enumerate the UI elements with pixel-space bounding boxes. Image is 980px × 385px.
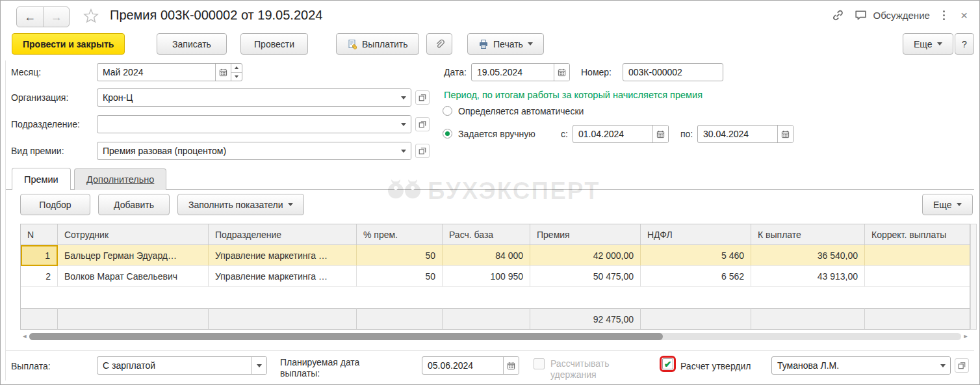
- organization-dropdown-button[interactable]: [396, 89, 411, 106]
- period-to-calendar-button[interactable]: [777, 126, 793, 142]
- period-to-field[interactable]: 30.04.2024: [697, 125, 793, 143]
- department-value[interactable]: [97, 116, 396, 133]
- planned-date-value[interactable]: 05.06.2024: [422, 357, 503, 374]
- date-value[interactable]: 19.05.2024: [472, 64, 554, 81]
- period-from-calendar-button[interactable]: [652, 126, 668, 142]
- cell-topay[interactable]: 43 913,00: [751, 266, 865, 287]
- cell-n[interactable]: 1: [21, 245, 58, 266]
- close-button[interactable]: ×: [958, 9, 970, 21]
- window-menu-button[interactable]: [939, 9, 949, 21]
- back-button[interactable]: ←: [17, 7, 43, 27]
- table-empty-area[interactable]: [21, 287, 970, 308]
- print-button[interactable]: Печать: [467, 33, 544, 55]
- cell-ndfl[interactable]: 6 562: [641, 266, 751, 287]
- save-button[interactable]: Записать: [157, 33, 227, 55]
- favorite-star-button[interactable]: [83, 8, 99, 23]
- forward-button[interactable]: →: [43, 7, 69, 27]
- fill-indicators-button[interactable]: Заполнить показатели: [177, 194, 304, 215]
- month-stepper[interactable]: [231, 64, 242, 81]
- cell-percent[interactable]: 50: [357, 245, 443, 266]
- month-calendar-button[interactable]: [215, 64, 231, 81]
- col-header-bonus[interactable]: Премия: [530, 224, 641, 245]
- col-header-base[interactable]: Расч. база: [443, 224, 530, 245]
- col-header-topay[interactable]: К выплате: [751, 224, 865, 245]
- planned-date-calendar-button[interactable]: [503, 357, 519, 374]
- attachments-button[interactable]: [426, 33, 452, 55]
- post-and-close-button[interactable]: Провести и закрыть: [12, 33, 125, 55]
- cell-ndfl[interactable]: 5 460: [641, 245, 751, 266]
- organization-value[interactable]: Крон-Ц: [97, 89, 396, 106]
- organization-field[interactable]: Крон-Ц: [97, 88, 411, 107]
- cell-employee[interactable]: Волков Марат Савельевич: [58, 266, 209, 287]
- col-header-employee[interactable]: Сотрудник: [58, 224, 209, 245]
- bonus-type-value[interactable]: Премия разовая (процентом): [97, 142, 396, 159]
- scroll-right-icon[interactable]: ►: [961, 333, 970, 339]
- bonus-type-field[interactable]: Премия разовая (процентом): [97, 142, 411, 160]
- cell-correction[interactable]: [865, 266, 970, 287]
- col-header-percent[interactable]: % прем.: [357, 224, 443, 245]
- calc-deductions-checkbox[interactable]: [534, 358, 545, 369]
- payment-field[interactable]: С зарплатой: [97, 356, 267, 375]
- pay-button[interactable]: Выплатить: [336, 33, 419, 55]
- scrollbar-thumb[interactable]: [29, 333, 663, 340]
- scroll-left-icon[interactable]: ◄: [20, 333, 29, 339]
- tab-additional[interactable]: Дополнительно: [74, 168, 166, 190]
- payment-value[interactable]: С зарплатой: [97, 357, 251, 374]
- period-from-field[interactable]: 01.04.2024: [573, 125, 669, 143]
- bonus-type-open-button[interactable]: [415, 144, 430, 158]
- department-field[interactable]: [97, 115, 411, 133]
- cell-percent[interactable]: 50: [357, 266, 443, 287]
- cell-department[interactable]: Управление маркетинга …: [209, 245, 357, 266]
- approved-by-dropdown-button[interactable]: [936, 357, 950, 374]
- cell-bonus[interactable]: 42 000,00: [530, 245, 641, 266]
- number-field[interactable]: 003К-000002: [623, 63, 723, 81]
- post-button[interactable]: Провести: [240, 33, 308, 55]
- table-more-button[interactable]: Еще: [922, 194, 973, 215]
- approved-by-value[interactable]: Туманова Л.М.: [772, 357, 936, 374]
- period-auto-radio[interactable]: [443, 106, 452, 116]
- payment-dropdown-button[interactable]: [251, 357, 266, 374]
- period-to-value[interactable]: 30.04.2024: [698, 126, 777, 142]
- cell-topay[interactable]: 36 540,00: [751, 245, 865, 266]
- department-open-button[interactable]: [415, 117, 430, 131]
- period-from-value[interactable]: 01.04.2024: [573, 126, 652, 142]
- stepper-up-icon[interactable]: [231, 64, 242, 72]
- cell-bonus[interactable]: 50 475,00: [530, 266, 641, 287]
- col-header-n[interactable]: N: [21, 224, 58, 245]
- copy-link-button[interactable]: [831, 8, 845, 22]
- col-header-ndfl[interactable]: НДФЛ: [641, 224, 751, 245]
- toolbar-more-button[interactable]: Еще: [903, 33, 953, 55]
- pick-button[interactable]: Подбор: [20, 194, 90, 215]
- date-field[interactable]: 19.05.2024: [471, 63, 570, 81]
- department-dropdown-button[interactable]: [396, 116, 411, 133]
- col-header-department[interactable]: Подразделение: [209, 224, 357, 245]
- table-horizontal-scrollbar[interactable]: ◄ ►: [20, 331, 970, 341]
- add-button[interactable]: Добавить: [98, 194, 170, 215]
- number-value[interactable]: 003К-000002: [623, 64, 723, 81]
- stepper-down-icon[interactable]: [231, 72, 242, 81]
- month-value[interactable]: Май 2024: [97, 64, 215, 81]
- period-manual-radio[interactable]: [443, 129, 452, 139]
- bonus-type-dropdown-button[interactable]: [396, 142, 411, 159]
- cell-department[interactable]: Управление маркетинга …: [209, 266, 357, 287]
- cell-base[interactable]: 84 000: [443, 245, 530, 266]
- table-row[interactable]: 2 Волков Марат Савельевич Управление мар…: [21, 266, 970, 287]
- approved-checkbox[interactable]: ✔: [662, 358, 673, 369]
- col-header-correction[interactable]: Коррект. выплаты: [865, 224, 970, 245]
- cell-correction[interactable]: [865, 245, 970, 266]
- organization-open-button[interactable]: [415, 90, 430, 105]
- table-row[interactable]: 1 Бальцер Герман Эдуард… Управление марк…: [21, 245, 970, 266]
- date-calendar-button[interactable]: [554, 64, 569, 81]
- cell-employee[interactable]: Бальцер Герман Эдуард…: [58, 245, 209, 266]
- discussion-button[interactable]: Обсуждение: [854, 9, 929, 21]
- planned-date-field[interactable]: 05.06.2024: [422, 356, 519, 375]
- table-vertical-scrollbar[interactable]: [970, 224, 977, 330]
- month-field[interactable]: Май 2024: [97, 63, 242, 81]
- help-button[interactable]: ?: [955, 33, 974, 55]
- cell-n[interactable]: 2: [21, 266, 58, 287]
- tab-bonuses[interactable]: Премии: [12, 168, 71, 190]
- approved-by-field[interactable]: Туманова Л.М.: [771, 356, 951, 375]
- cell-base[interactable]: 100 950: [443, 266, 530, 287]
- approved-by-open-button[interactable]: [955, 358, 969, 373]
- watermark-text: БУХЭКСПЕРТ: [428, 178, 600, 205]
